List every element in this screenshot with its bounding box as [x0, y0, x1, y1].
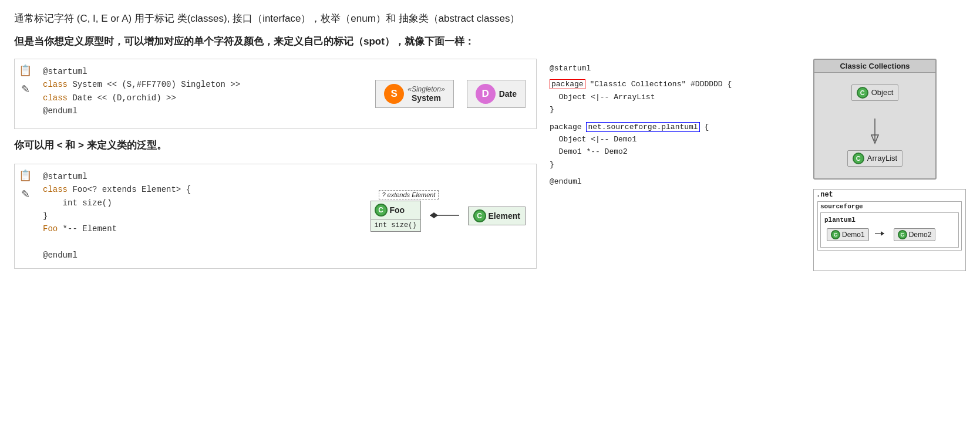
- foo-body: int size(): [371, 219, 420, 231]
- rc-pkg2-close: }: [550, 158, 800, 171]
- sourceforge-label: sourceforge: [820, 203, 863, 210]
- cc-arraylist-node: C ArrayList: [847, 150, 902, 167]
- example-box-2: 📋 ✎ @startuml class Foo<? extends Elemen…: [14, 164, 537, 269]
- cc-spot-c-2: C: [853, 153, 864, 164]
- rc-pkg1-body1: Object <|-- ArrayList: [550, 91, 800, 103]
- package-word-2: package: [550, 123, 586, 131]
- cc-object-label: Object: [871, 88, 894, 97]
- rc-pkg2-line: package net.sourceforge.plantuml {: [550, 121, 800, 133]
- rc-startuml: @startuml: [550, 62, 800, 75]
- code2-line-2: class Foo<? extends Element> {: [43, 183, 353, 196]
- copy-icon-1[interactable]: 📋: [19, 64, 32, 77]
- svg-marker-5: [881, 231, 884, 236]
- edit-icon-1[interactable]: ✎: [21, 83, 30, 96]
- cc-title: Classic Collections: [814, 60, 935, 73]
- demo2-node: C Demo2: [894, 228, 936, 241]
- code-line-4: @enduml: [43, 104, 358, 117]
- spot-d: D: [476, 84, 496, 104]
- singleton-diagram: S «Singleton» System D Date: [375, 80, 526, 108]
- net-label: .net: [816, 191, 833, 199]
- demo1-node: C Demo1: [827, 228, 869, 241]
- example-box-1: 📋 ✎ @startuml class System << (S,#FF7700…: [14, 59, 537, 129]
- code-column-1: @startuml class System << (S,#FF7700) Si…: [36, 59, 365, 128]
- date-name: Date: [499, 89, 517, 99]
- sourceforge-box: sourceforge plantuml C Demo1: [817, 201, 962, 251]
- rc-enduml: @enduml: [550, 175, 800, 188]
- spot-c-demo2: C: [898, 230, 907, 239]
- plantuml-nodes-row: C Demo1: [824, 226, 955, 244]
- element-class-box: C Element: [468, 207, 526, 225]
- code-line-3: class Date << (D,orchid) >>: [43, 92, 358, 104]
- edit-icon-2[interactable]: ✎: [21, 188, 30, 201]
- right-code-panel: @startuml package "Classic Collections" …: [543, 59, 807, 271]
- rc-pkg1-name: "Classic Collections" #DDDDDD {: [590, 80, 732, 89]
- demo2-label: Demo2: [909, 231, 932, 239]
- element-label: Element: [489, 211, 520, 221]
- rc-pkg2-body1: Object <|-- Demo1: [550, 133, 800, 146]
- icon-column-1: 📋 ✎: [15, 59, 36, 128]
- svg-marker-1: [430, 212, 438, 218]
- singleton-box: S «Singleton» System: [375, 80, 453, 108]
- net-diagram: .net sourceforge plantuml C Demo1: [813, 189, 966, 271]
- classic-collections-container: Classic Collections C Object: [813, 59, 937, 180]
- diagrams-col: Classic Collections C Object: [813, 59, 966, 271]
- date-class-box: D Date: [467, 80, 526, 108]
- spot-c-element: C: [473, 209, 486, 222]
- classic-collections-diagram: Classic Collections C Object: [813, 59, 937, 180]
- code-line-2: class System << (S,#FF7700) Singleton >>: [43, 78, 358, 91]
- demo-arrow-svg: [875, 229, 888, 238]
- code2-line-4: }: [43, 209, 353, 222]
- composition-arrow: [427, 208, 462, 224]
- foo-class-container: ? extends Element C Foo int size(): [371, 201, 421, 232]
- foo-label: Foo: [390, 205, 405, 215]
- cc-spot-c-1: C: [857, 87, 868, 99]
- spot-c-demo1: C: [831, 230, 840, 239]
- demo-arrow: [875, 229, 888, 239]
- cc-arrow-svg: [866, 119, 884, 148]
- code2-empty: [43, 236, 353, 249]
- arrow-svg: [427, 208, 462, 222]
- cc-body: C Object: [814, 73, 935, 178]
- spot-s: S: [384, 84, 404, 104]
- right-inner: @startuml package "Classic Collections" …: [543, 59, 966, 271]
- cc-arraylist-label: ArrayList: [867, 154, 897, 163]
- main-content-row: 📋 ✎ @startuml class System << (S,#FF7700…: [14, 59, 966, 271]
- cc-inheritance-arrow: [820, 119, 930, 148]
- left-examples-panel: 📋 ✎ @startuml class System << (S,#FF7700…: [14, 59, 537, 271]
- spot-c-foo: C: [375, 204, 388, 217]
- package-keyword-2: net.sourceforge.plantuml: [586, 122, 699, 132]
- rc-pkg1-line: package "Classic Collections" #DDDDDD {: [550, 78, 800, 90]
- rc-pkg2-brace: {: [704, 123, 709, 131]
- plantuml-box: plantuml C Demo1: [820, 212, 959, 248]
- rc-pkg1-close: }: [550, 103, 800, 116]
- code-column-2: @startuml class Foo<? extends Element> {…: [36, 164, 360, 268]
- code-line-1: @startuml: [43, 65, 358, 78]
- plantuml-label: plantuml: [824, 217, 955, 224]
- singleton-class-box: S «Singleton» System: [375, 80, 453, 108]
- generic-diagram: ? extends Element C Foo int size(): [371, 201, 526, 232]
- icon-column-2: 📋 ✎: [15, 164, 36, 268]
- intro-text-2: 但是当你想定义原型时，可以增加对应的单个字符及颜色，来定义自己的标记（spot）…: [14, 33, 966, 50]
- intro-text-3: 你可以用 < 和 > 来定义类的泛型。: [14, 138, 537, 152]
- foo-header: C Foo: [371, 201, 420, 219]
- package-keyword-1: package: [550, 79, 585, 89]
- rc-pkg2-body2: Demo1 *-- Demo2: [550, 146, 800, 158]
- code2-line-5: Foo *-- Element: [43, 222, 353, 235]
- cc-object-node: C Object: [851, 84, 899, 101]
- date-box: D Date: [467, 80, 526, 108]
- diagram-col-1: S «Singleton» System D Date: [365, 59, 536, 128]
- copy-icon-2[interactable]: 📋: [19, 169, 32, 182]
- generic-constraint: ? extends Element: [379, 190, 438, 199]
- demo1-label: Demo1: [842, 231, 865, 239]
- code2-line-1: @startuml: [43, 170, 353, 183]
- right-section: @startuml package "Classic Collections" …: [543, 59, 966, 271]
- code2-line-3: int size(): [43, 197, 353, 209]
- singleton-name: System: [408, 93, 444, 103]
- intro-text-1: 通常标记字符 (C, I, E or A) 用于标记 类(classes), 接…: [14, 11, 966, 28]
- foo-class-box: C Foo int size(): [371, 201, 421, 232]
- diagram-col-2: ? extends Element C Foo int size(): [360, 164, 536, 268]
- code2-line-6: @enduml: [43, 249, 353, 262]
- singleton-stereotype: «Singleton»: [408, 85, 444, 93]
